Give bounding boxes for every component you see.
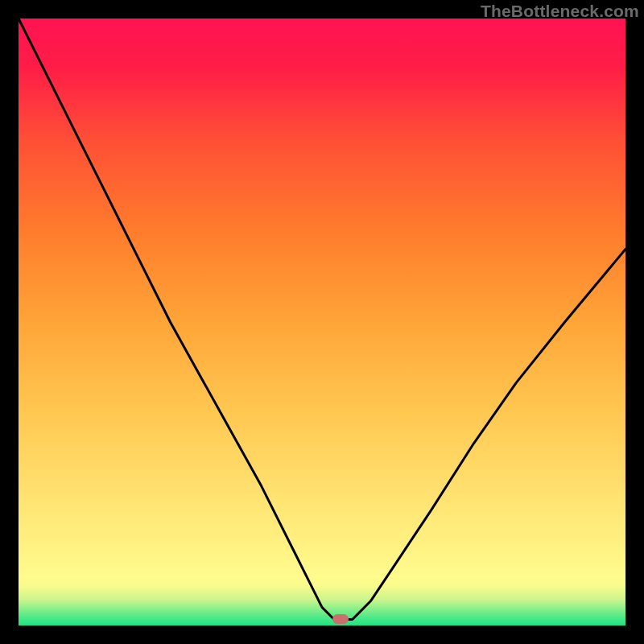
plot-area [19,19,625,625]
minimum-marker [332,614,349,624]
chart-frame: TheBottleneck.com [0,0,644,644]
bottleneck-curve [19,19,625,625]
